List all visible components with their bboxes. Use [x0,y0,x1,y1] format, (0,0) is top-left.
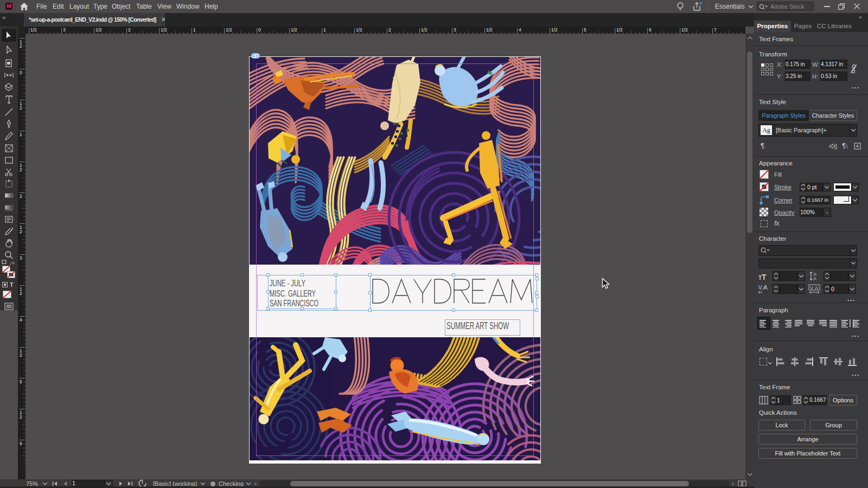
svg-text:JUNE - JULY: JUNE - JULY [270,278,305,288]
svg-text:A: A [764,285,768,291]
svg-text:SUMMER ART SHOW: SUMMER ART SHOW [446,320,509,331]
svg-text:V: V [810,285,813,291]
svg-text:SAN FRANCISCO: SAN FRANCISCO [270,298,318,308]
svg-text:A: A [815,285,818,291]
svg-text:A: A [813,276,816,281]
svg-text:V: V [758,285,762,291]
svg-text:MISC. GALLERY: MISC. GALLERY [270,288,316,298]
